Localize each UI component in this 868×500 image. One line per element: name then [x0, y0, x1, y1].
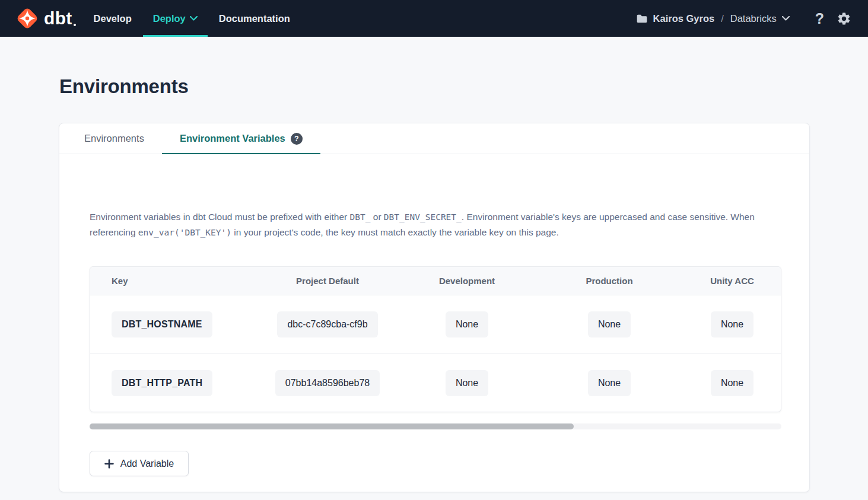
account-name: Kairos Gyros [653, 13, 715, 24]
project-name: Databricks [730, 13, 777, 24]
add-variable-label: Add Variable [120, 458, 174, 469]
cell-development: None [399, 370, 535, 396]
add-variable-button[interactable]: Add Variable [90, 451, 189, 476]
column-header-key: Key [90, 276, 256, 286]
tab-panel-environment-variables: Environment variables in dbt Cloud must … [59, 209, 809, 476]
key-chip[interactable]: DBT_HOSTNAME [112, 311, 212, 337]
nav-item-develop[interactable]: Develop [83, 0, 142, 37]
value-chip[interactable]: None [588, 370, 631, 396]
description-text: or [370, 212, 383, 222]
horizontal-scrollbar-track[interactable] [90, 423, 781, 429]
gear-icon [837, 11, 851, 26]
value-chip[interactable]: None [711, 370, 753, 396]
column-header-development: Development [399, 276, 535, 286]
chevron-down-icon [782, 16, 790, 21]
cell-project-default: 07bb14a8596beb78 [256, 370, 399, 396]
plus-icon [104, 459, 114, 469]
value-chip[interactable]: None [446, 370, 488, 396]
inline-code: env_var('DBT_KEY') [138, 228, 231, 237]
question-circle-icon[interactable]: ? [291, 133, 303, 145]
nav-item-deploy[interactable]: Deploy [142, 0, 208, 37]
cell-production: None [535, 311, 683, 337]
table-row: DBT_HOSTNAME dbc-c7c89cba-cf9b None None… [90, 295, 781, 353]
inline-code: DBT_ENV_SECRET_ [384, 212, 462, 222]
cell-unity-acc: None [683, 311, 781, 337]
env-variables-table: Key Project Default Development Producti… [90, 266, 781, 412]
question-mark-icon: ? [815, 10, 824, 27]
brand-trademark-dot [74, 24, 76, 26]
environments-card: Environments Environment Variables ? Env… [59, 123, 810, 492]
column-header-project-default: Project Default [256, 276, 399, 286]
description-text: in your project's code, the key must mat… [231, 227, 559, 237]
dbt-pinwheel-icon [15, 7, 39, 30]
main-content: Environments Environments Environment Va… [0, 75, 868, 492]
value-chip[interactable]: dbc-c7c89cba-cf9b [277, 311, 377, 337]
page-title: Environments [59, 75, 868, 98]
value-chip[interactable]: 07bb14a8596beb78 [275, 370, 380, 396]
table-row: DBT_HTTP_PATH 07bb14a8596beb78 None None… [90, 353, 781, 412]
table-header-row: Key Project Default Development Producti… [90, 267, 781, 295]
column-header-unity-acc: Unity ACC [683, 276, 781, 286]
cell-unity-acc: None [683, 370, 781, 396]
nav-right-cluster: Kairos Gyros / Databricks ? [636, 10, 851, 27]
value-chip[interactable]: None [711, 311, 753, 337]
folder-icon [636, 14, 648, 24]
value-chip[interactable]: None [446, 311, 488, 337]
cell-key: DBT_HTTP_PATH [90, 370, 256, 396]
project-selector[interactable]: Kairos Gyros / Databricks [636, 13, 790, 24]
nav-item-documentation[interactable]: Documentation [208, 0, 301, 37]
cell-key: DBT_HOSTNAME [90, 311, 256, 337]
env-vars-description: Environment variables in dbt Cloud must … [90, 209, 783, 240]
cell-development: None [399, 311, 535, 337]
help-button[interactable]: ? [815, 10, 824, 27]
breadcrumb-separator: / [720, 13, 725, 24]
chevron-down-icon [190, 16, 198, 21]
tab-environments[interactable]: Environments [66, 123, 162, 154]
top-navigation: dbt Develop Deploy Documentation Kairos … [0, 0, 868, 37]
horizontal-scrollbar-thumb[interactable] [90, 423, 574, 429]
value-chip[interactable]: None [588, 311, 631, 337]
tab-environment-variables[interactable]: Environment Variables ? [162, 123, 320, 154]
brand-wordmark: dbt [44, 7, 76, 30]
tab-bar: Environments Environment Variables ? [59, 123, 809, 154]
dbt-logo[interactable]: dbt [15, 7, 76, 30]
inline-code: DBT_ [350, 212, 371, 222]
settings-button[interactable] [837, 11, 851, 26]
description-text: Environment variables in dbt Cloud must … [90, 212, 350, 222]
key-chip[interactable]: DBT_HTTP_PATH [112, 370, 212, 396]
column-header-production: Production [535, 276, 683, 286]
cell-production: None [535, 370, 683, 396]
primary-nav: Develop Deploy Documentation [83, 0, 301, 37]
cell-project-default: dbc-c7c89cba-cf9b [256, 311, 399, 337]
